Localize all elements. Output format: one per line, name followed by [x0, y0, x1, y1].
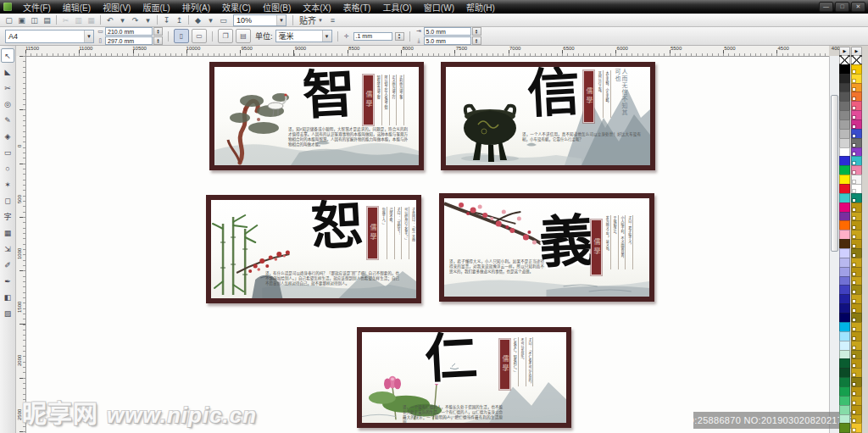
open-button[interactable]: ▣	[15, 14, 28, 25]
restore-button[interactable]: □	[835, 2, 849, 12]
outline-pen-tool[interactable]: ✒	[1, 274, 14, 288]
duplicate-x-field[interactable]: 5.0 mm	[424, 27, 471, 36]
page-width-stepper[interactable]: ▲▼	[153, 27, 163, 36]
snap-options-button[interactable]: ≡	[326, 14, 339, 25]
page-height-stepper[interactable]: ▲▼	[153, 36, 163, 45]
chevron-down-icon[interactable]: ▼	[276, 15, 286, 25]
menu-item[interactable]: 窗口(W)	[418, 0, 460, 14]
scrollbar-thumb[interactable]	[831, 95, 838, 252]
new-document-button[interactable]: ▢	[3, 14, 15, 25]
menu-item[interactable]: 文件(F)	[17, 0, 57, 14]
toolbar-separator	[292, 15, 293, 25]
menu-item[interactable]: 位图(B)	[257, 0, 297, 14]
print-button[interactable]: ▤	[41, 14, 53, 25]
menu-item[interactable]: 帮助(H)	[460, 0, 501, 14]
ruler-label: 0	[17, 131, 24, 160]
copy-button[interactable]: ▥	[72, 14, 85, 25]
document-swatches	[851, 56, 862, 433]
import-button[interactable]: ↧	[160, 14, 173, 25]
redo-button[interactable]: ↷	[129, 14, 142, 25]
menu-item[interactable]: 编辑(E)	[57, 0, 97, 14]
poster-card-shu[interactable]: 恕 儒學 子贡问曰：「有一言而可以终身行之者乎？」子曰：「其恕乎！己所不欲，勿施…	[206, 195, 421, 303]
portrait-button[interactable]: ▯	[174, 29, 189, 43]
duplicate-y-icon: ⤓	[415, 37, 423, 44]
menu-item[interactable]: 表格(T)	[337, 0, 377, 14]
standard-swatches	[839, 56, 850, 433]
page-width-field[interactable]: 210.0 mm	[105, 27, 153, 36]
current-page-size-button[interactable]: ▤	[236, 29, 251, 43]
chevron-down-icon: ▼	[318, 18, 323, 23]
application-launcher-button[interactable]: ◆	[192, 14, 204, 25]
export-button[interactable]: ↥	[173, 14, 186, 25]
launcher-dropdown[interactable]: ▾	[204, 14, 217, 25]
save-button[interactable]: ◫	[28, 14, 41, 25]
verse-column: 正利而为谓之事	[397, 75, 404, 125]
menu-item[interactable]: 工具(O)	[376, 0, 417, 14]
poster-card-xin[interactable]: 信 儒學 大车无輗，小车无軏，其何以行之哉。 人而无信不知其可也 译，一个人不讲…	[441, 62, 655, 170]
polygon-tool[interactable]: ✶	[1, 177, 14, 192]
color-swatch[interactable]	[839, 423, 850, 433]
zoom-tool[interactable]: ◎	[1, 97, 14, 111]
cut-button[interactable]: ✂	[59, 14, 72, 25]
text-tool[interactable]: 字	[1, 209, 14, 224]
drawing-canvas[interactable]: 智 儒學 正利而为谓之事正义而为谓之行所以知之在人者谓之知知有所合谓之智 译，知…	[26, 56, 829, 433]
menu-item[interactable]: 文本(X)	[297, 0, 337, 14]
minimize-button[interactable]: —	[819, 2, 833, 12]
menu-item[interactable]: 版面(L)	[136, 0, 175, 14]
toolbar-button[interactable]	[188, 15, 189, 25]
poster-card-yi[interactable]: 義 儒學 子曰：君子喻于义，小人喻于利。不义而富且贵，于我如浮云。发为刚义之气，…	[439, 193, 654, 302]
shape-tool[interactable]: ◣	[1, 64, 14, 79]
basic-shapes-tool[interactable]: ◻	[1, 193, 14, 208]
snap-to-menu[interactable]: 贴齐 ▼	[299, 14, 323, 26]
toolbar-button[interactable]	[157, 15, 158, 25]
chevron-down-icon[interactable]: ▼	[84, 31, 93, 42]
zoom-level-select[interactable]: 10% ▼	[233, 14, 287, 26]
nudge-offset-field[interactable]: .1 mm	[353, 32, 392, 41]
redo-dropdown[interactable]: ▾	[142, 14, 154, 25]
duplicate-y-stepper[interactable]: ▲▼	[472, 36, 481, 45]
dimension-tool[interactable]: ⇲	[1, 241, 14, 256]
zoom-level-value: 10%	[236, 16, 252, 25]
ruxue-label: 儒學	[364, 91, 373, 109]
chevron-down-icon[interactable]: ▼	[322, 31, 331, 42]
page-height-field[interactable]: 297.0 mm	[105, 36, 153, 45]
crop-tool[interactable]: ✂	[1, 80, 14, 95]
ruler-label: 10500	[123, 46, 157, 51]
menu-item[interactable]: 视图(V)	[97, 0, 136, 14]
ruler-label: 7000	[498, 46, 532, 51]
pick-tool[interactable]: ↖	[1, 48, 14, 63]
paper-size-select[interactable]: A4 ▼	[5, 30, 94, 43]
poster-card-ren[interactable]: 仁 儒學 子曰：「不仁者不可以久处约，不可以长处乐。仁者安仁，知者利仁。」 译，…	[357, 327, 571, 428]
duplicate-x-stepper[interactable]: ▲▼	[472, 27, 481, 36]
color-swatch[interactable]	[851, 423, 862, 433]
rectangle-tool[interactable]: ▭	[1, 145, 14, 159]
all-pages-same-size-button[interactable]: ❐	[218, 29, 233, 43]
paste-button[interactable]: ▦	[85, 14, 97, 25]
toolbar-button[interactable]	[56, 15, 57, 25]
undo-dropdown[interactable]: ▾	[116, 14, 129, 25]
duplicate-y-field[interactable]: 5.0 mm	[424, 36, 471, 45]
menu-item[interactable]: 效果(C)	[216, 0, 257, 14]
nudge-stepper[interactable]: ▲▼	[395, 32, 404, 41]
verse-columns: 大车无輗，小车无軏，其何以行之哉。	[596, 70, 611, 118]
smart-fill-tool[interactable]: ◈	[1, 129, 14, 143]
units-select[interactable]: 毫米 ▼	[275, 30, 332, 42]
undo-button[interactable]: ↶	[103, 14, 116, 25]
fill-tool[interactable]: ◧	[1, 290, 14, 304]
ruler-label: 6000	[605, 46, 639, 51]
ellipse-tool[interactable]: ○	[1, 161, 14, 175]
freehand-tool[interactable]: ✎	[1, 113, 14, 127]
welcome-screen-button[interactable]: ▭	[217, 14, 230, 25]
menu-item[interactable]: 排列(A)	[176, 0, 216, 14]
close-button[interactable]: ✕	[851, 2, 865, 12]
verse-column: 大车无輗，小车无軏，	[604, 70, 611, 118]
ruler-label: 1000	[17, 239, 24, 268]
toolbar-button[interactable]	[100, 15, 101, 25]
table-tool[interactable]: ▦	[1, 225, 14, 240]
calligraphy-char: 信	[526, 67, 581, 121]
interactive-fill-tool[interactable]: ▨	[1, 306, 14, 320]
eyedropper-tool[interactable]: ✐	[1, 258, 14, 272]
nipic-watermark: 昵享网www.nipic.cn	[22, 394, 257, 430]
poster-card-zhi[interactable]: 智 儒學 正利而为谓之事正义而为谓之行所以知之在人者谓之知知有所合谓之智 译，知…	[209, 62, 424, 170]
landscape-button[interactable]: ▭	[192, 29, 207, 43]
